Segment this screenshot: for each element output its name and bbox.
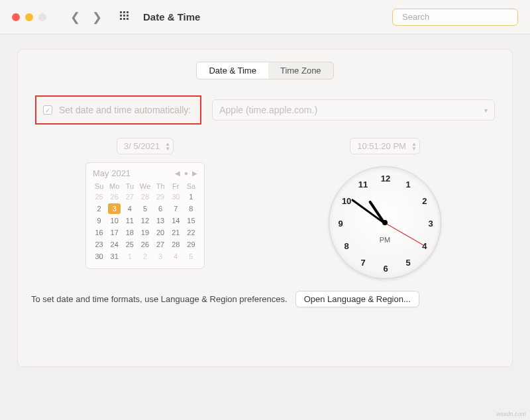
- cal-prev-icon[interactable]: ◀: [175, 170, 180, 177]
- cal-day[interactable]: 14: [170, 215, 182, 226]
- cal-day[interactable]: 29: [154, 191, 167, 202]
- cal-day[interactable]: 22: [185, 227, 197, 238]
- time-stepper[interactable]: 10:51:20 PM ▲▼: [350, 138, 420, 154]
- open-language-region-button[interactable]: Open Language & Region...: [295, 291, 419, 307]
- cal-day[interactable]: 31: [108, 251, 121, 262]
- highlight-box: ✓ Set date and time automatically:: [35, 95, 201, 125]
- clock-number: 11: [358, 180, 368, 189]
- cal-day[interactable]: 28: [138, 191, 151, 202]
- cal-day[interactable]: 3: [108, 203, 121, 214]
- cal-day[interactable]: 1: [123, 251, 136, 262]
- cal-day[interactable]: 27: [123, 191, 136, 202]
- clock-number: 4: [422, 241, 427, 251]
- cal-dow: Tu: [123, 182, 136, 190]
- clock-number: 5: [405, 257, 410, 267]
- all-prefs-icon[interactable]: [119, 11, 130, 24]
- clock-pin: [382, 220, 388, 225]
- cal-day[interactable]: 20: [154, 227, 167, 238]
- cal-day[interactable]: 27: [154, 239, 167, 250]
- cal-day[interactable]: 19: [138, 227, 151, 238]
- cal-today-icon[interactable]: ●: [184, 170, 188, 177]
- cal-day[interactable]: 24: [108, 239, 121, 250]
- cal-day[interactable]: 12: [138, 215, 151, 226]
- close-button[interactable]: [12, 13, 20, 21]
- stepper-arrows[interactable]: ▲▼: [411, 142, 417, 151]
- tab-time-zone[interactable]: Time Zone: [268, 62, 333, 79]
- clock-number: 6: [383, 264, 388, 274]
- cal-dow: Fr: [170, 182, 182, 190]
- cal-day[interactable]: 17: [108, 227, 121, 238]
- clock-number: 1: [405, 180, 410, 189]
- svg-rect-0: [120, 11, 122, 13]
- watermark: wsxdn.com: [496, 411, 526, 417]
- titlebar: ❮ ❯ Date & Time: [0, 0, 530, 34]
- cal-day[interactable]: 21: [170, 227, 182, 238]
- cal-day[interactable]: 4: [170, 251, 182, 262]
- clock-number: 10: [342, 196, 351, 206]
- cal-day[interactable]: 28: [170, 239, 182, 250]
- cal-day[interactable]: 23: [93, 239, 105, 250]
- cal-day[interactable]: 29: [185, 239, 197, 250]
- maximize-button[interactable]: [38, 13, 46, 21]
- cal-day[interactable]: 5: [185, 251, 197, 262]
- cal-day[interactable]: 1: [185, 191, 197, 202]
- auto-checkbox[interactable]: ✓: [43, 105, 52, 115]
- cal-day[interactable]: 18: [123, 227, 136, 238]
- stepper-arrows[interactable]: ▲▼: [165, 142, 170, 151]
- cal-day[interactable]: 16: [93, 227, 105, 238]
- svg-rect-5: [127, 15, 129, 17]
- cal-dow: We: [138, 182, 151, 190]
- clock-number: 12: [381, 174, 390, 184]
- time-server-dropdown[interactable]: Apple (time.apple.com.) ▾: [212, 99, 495, 121]
- analog-clock: PM 121234567891011: [329, 166, 441, 279]
- cal-day[interactable]: 26: [138, 239, 151, 250]
- clock-number: 2: [422, 196, 427, 206]
- minimize-button[interactable]: [25, 13, 33, 21]
- second-hand: [385, 223, 424, 246]
- cal-day[interactable]: 6: [154, 203, 167, 214]
- cal-day[interactable]: 25: [123, 239, 136, 250]
- cal-day[interactable]: 2: [93, 203, 105, 214]
- preferences-panel: Date & Time Time Zone ✓ Set date and tim…: [17, 49, 513, 367]
- cal-day[interactable]: 9: [93, 215, 105, 226]
- back-button[interactable]: ❮: [70, 10, 80, 25]
- svg-rect-4: [123, 15, 125, 17]
- cal-day[interactable]: 10: [108, 215, 121, 226]
- search-field[interactable]: [392, 9, 518, 26]
- date-stepper[interactable]: 3/ 5/2021 ▲▼: [117, 138, 174, 154]
- cal-dow: Su: [93, 182, 105, 190]
- cal-day[interactable]: 5: [138, 203, 151, 214]
- tab-group: Date & Time Time Zone: [196, 62, 333, 79]
- svg-rect-8: [127, 18, 129, 20]
- forward-button[interactable]: ❯: [92, 10, 102, 25]
- cal-dow: Mo: [108, 182, 121, 190]
- cal-day[interactable]: 13: [154, 215, 167, 226]
- calendar-title: May 2021: [93, 168, 131, 178]
- cal-day[interactable]: 2: [138, 251, 151, 262]
- cal-day[interactable]: 4: [123, 203, 136, 214]
- cal-day[interactable]: 30: [170, 191, 182, 202]
- svg-rect-3: [120, 15, 122, 17]
- cal-next-icon[interactable]: ▶: [192, 170, 197, 177]
- svg-rect-2: [127, 11, 129, 13]
- cal-dow: Th: [154, 182, 167, 190]
- chevron-down-icon: ▾: [484, 107, 488, 114]
- calendar: May 2021 ◀ ● ▶ SuMoTuWeThFrSa25262728293…: [85, 162, 205, 269]
- cal-day[interactable]: 3: [154, 251, 167, 262]
- svg-rect-1: [123, 11, 125, 13]
- cal-day[interactable]: 30: [93, 251, 105, 262]
- cal-day[interactable]: 7: [170, 203, 182, 214]
- cal-day[interactable]: 11: [123, 215, 136, 226]
- window-title: Date & Time: [143, 11, 200, 23]
- search-input[interactable]: [402, 12, 513, 22]
- cal-dow: Sa: [185, 182, 197, 190]
- cal-day[interactable]: 26: [108, 191, 121, 202]
- cal-day[interactable]: 25: [93, 191, 105, 202]
- tab-date-time[interactable]: Date & Time: [197, 62, 268, 79]
- clock-number: 8: [344, 241, 348, 251]
- svg-rect-6: [120, 18, 122, 20]
- clock-number: 3: [428, 219, 433, 229]
- cal-day[interactable]: 8: [185, 203, 197, 214]
- time-server-value: Apple (time.apple.com.): [219, 105, 317, 115]
- cal-day[interactable]: 15: [185, 215, 197, 226]
